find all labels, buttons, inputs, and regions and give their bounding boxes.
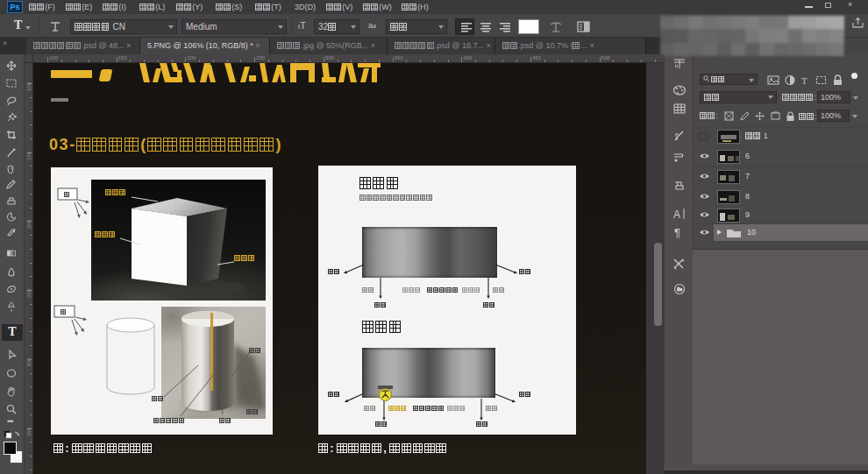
- svg-text:A: A: [673, 209, 680, 220]
- svg-text:T: T: [801, 75, 808, 86]
- svg-text:¶: ¶: [674, 226, 680, 238]
